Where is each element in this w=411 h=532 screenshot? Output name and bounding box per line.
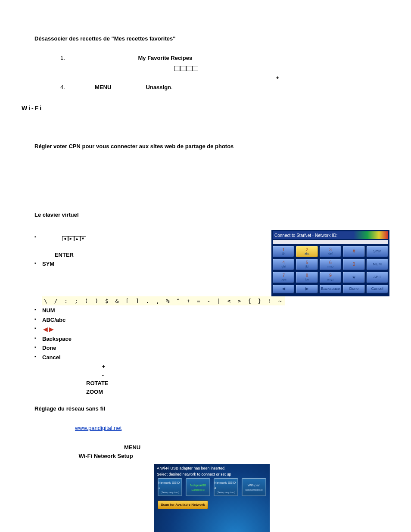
vkb-extras: Zoom + — pour amplifier l'aperçu à gauch… xyxy=(34,362,389,396)
unassign-heading: Désassocier des recettes de "Mes recette… xyxy=(34,34,389,43)
pandigital-link[interactable]: www.pandigital.net xyxy=(75,425,121,431)
step-1: 1. Sélectionnez tout de suite My Favorit… xyxy=(60,54,389,62)
wsetup-intro: Pour utiliser la fonction Wi-Fi, vous de… xyxy=(34,416,389,432)
vkb-cancel: Cancel — pour retourner à l'écran précéd… xyxy=(34,353,389,362)
wsetup-heading: Réglage du réseau sans fil xyxy=(34,404,389,413)
symbol-list: \ / : ; ( ) $ & [ ] . , % ^ + = - | < > … xyxy=(42,296,285,306)
vkb-b1: Utilisez ◄►▲▼ pour mettre en surbrillanc… xyxy=(34,233,389,259)
vkb-num: NUM — pour afficher le clavier numérique… xyxy=(34,306,389,315)
left-right-arrows-icon: ◀▶ xyxy=(42,325,54,334)
vkb-intro: Le clavier virtuel s'affiche quand vous … xyxy=(34,221,389,230)
wifi-img-hdr: A Wi-Fi USB adapter has been inserted.Se… xyxy=(154,464,270,478)
unassign-intro: Les recettes associées peuvent être supp… xyxy=(34,46,389,54)
dpad-arrows-icon: ◄►▲▼ xyxy=(62,234,86,243)
step-3: 3. Pour augmenter ou réduire la taille d… xyxy=(60,74,389,82)
vkb-sym: SYM — pour afficher ces symboles :\ / : … xyxy=(34,260,389,305)
wsetup-step-1: 1. L'écran Wi-Fi Network Setup (d'établi… xyxy=(60,435,389,460)
vkb-leftright: ◀▶— permet de descendre ou de remonter l… xyxy=(34,325,389,333)
vkb-backspace: Backspace — pour effacer les caractères … xyxy=(34,335,389,343)
wifi-intro: Utilisez la fonction Wi-Fi de votre CPN … xyxy=(22,117,389,134)
cpn-p3: Tant le clavier virtuel que les instruct… xyxy=(34,193,389,202)
cpn-p1: Pour partager des photos avec votre fami… xyxy=(34,153,389,170)
vkb-heading: Le clavier virtuel xyxy=(34,211,389,219)
net-ssid-1: Network SSID 1(Setup required) xyxy=(158,478,182,496)
vkb-abc: ABC/abc — pour basculer entre les majusc… xyxy=(34,316,389,324)
vkb-done: Done — quand vous avez terminé votre ent… xyxy=(34,344,389,352)
net-wifipan: Wifi-pan(Disconnected) xyxy=(242,478,266,496)
dpad-arrows-icon: ◄►▲▼ xyxy=(174,64,198,72)
step-4: 4. Touchez MENU puis touchez Unassign. xyxy=(60,83,389,92)
scan-button: Scan for Available Network xyxy=(158,501,208,509)
net-ssid-3: Network SSID 3(Setup required) xyxy=(214,478,238,496)
cpn-heading: Régler voter CPN pour vous connecter aux… xyxy=(34,142,389,151)
step-2: 2. Pour rechercher d'autres photos, util… xyxy=(60,64,389,72)
net-netgear: Netgear88(Connected) xyxy=(186,478,210,496)
wifi-section-heading: Wi-Fi xyxy=(22,104,389,114)
wifi-setup-image: A Wi-Fi USB adapter has been inserted.Se… xyxy=(154,464,270,532)
cpn-p2: Après avoir inscrit votre CPN, réglez le… xyxy=(34,173,389,190)
